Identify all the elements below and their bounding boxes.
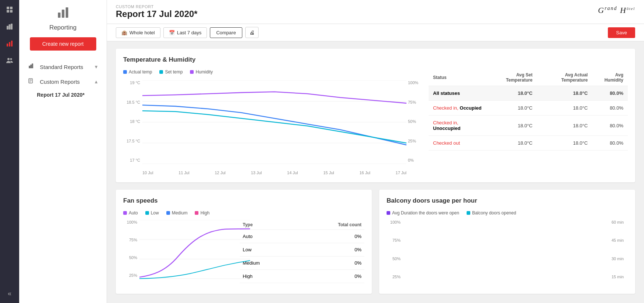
y-label-4: 17.5 °C — [123, 139, 142, 143]
report-meta: CUSTOM REPORT Report 17 Jul 2020* — [116, 4, 197, 19]
report-label: CUSTOM REPORT — [116, 4, 197, 9]
auto-label: Auto — [129, 210, 138, 216]
y-label-r5: 0% — [406, 158, 421, 162]
humidity-cell: 80.0% — [592, 116, 628, 136]
sidebar-item-custom-reports[interactable]: Custom Reports ▴ — [24, 74, 102, 89]
bottom-row: Fan speeds Auto Low Medium — [116, 190, 635, 301]
temp-data-table: Status Avg Set Temperature Avg Actual Te… — [429, 69, 628, 151]
whole-hotel-button[interactable]: 🏨 Whole hotel — [116, 27, 160, 38]
col-avg-set: Avg Set Temperature — [487, 69, 537, 86]
col-avg-actual: Avg Actual Temperature — [537, 69, 592, 86]
fan-speeds-card: Fan speeds Auto Low Medium — [116, 190, 372, 294]
save-button[interactable]: Save — [608, 27, 635, 38]
humidity-cell: 80.0% — [592, 101, 628, 116]
medium-dot — [166, 211, 170, 215]
temp-humidity-title: Temperature & Humidity — [123, 56, 628, 63]
svg-rect-8 — [9, 42, 10, 47]
balcony-doors-card: Balcony doors usage per hour Avg Duratio… — [379, 190, 635, 294]
avg-dur-dot — [387, 211, 390, 215]
svg-rect-13 — [62, 10, 64, 18]
sidebar: Reporting Create new report Standard Rep… — [19, 0, 107, 303]
reports-icon[interactable] — [4, 38, 15, 49]
humidity-cell: 80.0% — [592, 136, 628, 151]
standard-reports-icon — [28, 63, 34, 70]
fan-speeds-title: Fan speeds — [123, 197, 364, 204]
fan-row-medium: Medium 0% — [240, 256, 364, 270]
balcony-title: Balcony doors usage per hour — [387, 197, 628, 204]
humidity-dot — [190, 70, 194, 74]
print-button[interactable]: 🖨 — [245, 27, 259, 38]
icon-bar: « — [0, 0, 19, 303]
col-status: Status — [429, 69, 487, 86]
set-temp-cell: 18.0°C — [487, 101, 537, 116]
sidebar-active-report[interactable]: Report 17 Jul 2020* — [24, 89, 102, 101]
fan-table-area: Type Total count Auto 0% Low — [240, 220, 364, 286]
legend-high: High — [195, 210, 210, 216]
temp-chart-area: Actual temp Set temp Humidity — [123, 69, 421, 175]
svg-rect-4 — [7, 26, 8, 30]
hotel-logo: Grand Hôtel — [598, 6, 635, 18]
svg-rect-9 — [11, 41, 13, 47]
grid-icon[interactable] — [4, 4, 15, 15]
svg-rect-12 — [58, 13, 60, 18]
compare-button[interactable]: Compare — [210, 27, 242, 38]
x-axis: 10 Jul 11 Jul 12 Jul 13 Jul 14 Jul 15 Ju… — [142, 171, 406, 175]
chart-inner — [142, 80, 406, 164]
status-cell: Checked out — [429, 136, 487, 151]
fan-data-table: Type Total count Auto 0% Low — [240, 220, 364, 283]
people-icon[interactable] — [4, 55, 15, 66]
legend-avg-duration: Avg Duration the doors were open — [387, 210, 459, 216]
legend-low: Low — [145, 210, 159, 216]
legend-doors-opened: Balcony doors opened — [467, 210, 516, 216]
col-avg-humidity: Avg Humidity — [592, 69, 628, 86]
actual-temp-cell: 18.0°C — [537, 116, 592, 136]
humidity-cell: 80.0% — [592, 86, 628, 101]
toolbar: 🏨 Whole hotel 📅 Last 7 days Compare 🖨 Sa… — [107, 24, 644, 41]
doors-opened-label: Balcony doors opened — [472, 210, 516, 216]
actual-temp-cell: 18.0°C — [537, 86, 592, 101]
actual-temp-dot — [123, 70, 127, 74]
whole-hotel-label: Whole hotel — [129, 30, 155, 35]
svg-rect-17 — [32, 63, 33, 68]
svg-rect-15 — [29, 66, 30, 68]
y-label-1: 19 °C — [123, 80, 142, 85]
table-row: Checked in, Unoccupied 18.0°C 18.0°C 80.… — [429, 116, 628, 136]
low-dot — [145, 211, 149, 215]
svg-rect-7 — [7, 44, 8, 47]
fan-chart-left: 100% 75% 50% 25% — [123, 220, 234, 286]
dashboard-icon[interactable] — [4, 21, 15, 32]
balcony-legend: Avg Duration the doors were open Balcony… — [387, 210, 628, 216]
set-temp-cell: 18.0°C — [487, 116, 537, 136]
auto-dot — [123, 211, 127, 215]
table-row: All statuses 18.0°C 18.0°C 80.0% — [429, 86, 628, 101]
sidebar-item-standard-reports[interactable]: Standard Reports ▾ — [24, 59, 102, 74]
table-row: Checked in, Occupied 18.0°C 18.0°C 80.0% — [429, 101, 628, 116]
standard-reports-label: Standard Reports — [40, 64, 83, 70]
sidebar-title: Reporting — [49, 24, 77, 31]
status-cell: Checked in, Occupied — [429, 101, 487, 116]
fan-curve: 100% 75% 50% 25% — [123, 220, 234, 286]
high-dot — [195, 211, 198, 215]
medium-label: Medium — [172, 210, 188, 216]
custom-reports-icon — [28, 78, 34, 85]
y-label-2: 18.5 °C — [123, 100, 142, 104]
status-cell: Checked in, Unoccupied — [429, 116, 487, 136]
fan-count-auto: 0% — [294, 230, 364, 243]
header-right: Grand Hôtel — [598, 6, 635, 18]
svg-rect-1 — [10, 7, 13, 9]
legend-actual-temp: Actual temp — [123, 69, 152, 75]
sidebar-nav: Standard Reports ▾ Custom Reports ▴ Repo… — [19, 59, 107, 101]
temp-chart: 19 °C 18.5 °C 18 °C 17.5 °C 17 °C 100% 7… — [123, 79, 421, 175]
date-range-button[interactable]: 📅 Last 7 days — [163, 27, 207, 38]
svg-rect-5 — [9, 24, 11, 30]
fan-row-low: Low 0% — [240, 243, 364, 256]
custom-reports-chevron: ▴ — [95, 78, 98, 85]
set-temp-cell: 18.0°C — [487, 86, 537, 101]
legend-auto: Auto — [123, 210, 138, 216]
create-report-button[interactable]: Create new report — [30, 37, 96, 51]
expand-left-icon[interactable]: « — [4, 288, 15, 299]
sidebar-report-icon — [56, 6, 70, 23]
balcony-y-right: 60 min 45 min 30 min 15 min — [610, 220, 628, 279]
status-cell: All statuses — [429, 86, 487, 101]
legend-set-temp: Set temp — [159, 69, 183, 75]
